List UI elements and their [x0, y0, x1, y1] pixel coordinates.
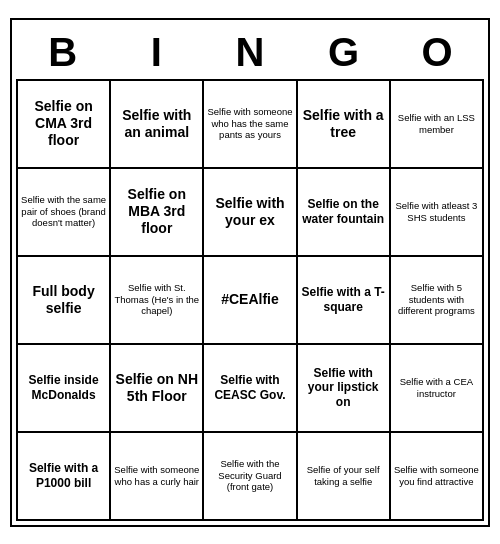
cell-text-8: Selfie on the water fountain [301, 197, 386, 226]
cell-text-7: Selfie with your ex [207, 195, 292, 229]
bingo-letter-i: I [112, 30, 200, 75]
bingo-card: BINGO Selfie on CMA 3rd floorSelfie with… [10, 18, 490, 527]
bingo-cell-13[interactable]: Selfie with a T-square [298, 257, 391, 345]
cell-text-12: #CEAlfie [221, 291, 279, 308]
bingo-cell-3[interactable]: Selfie with a tree [298, 81, 391, 169]
bingo-cell-11[interactable]: Selfie with St. Thomas (He's in the chap… [111, 257, 204, 345]
bingo-grid: Selfie on CMA 3rd floorSelfie with an an… [16, 79, 484, 521]
cell-text-18: Selfie with your lipstick on [301, 366, 386, 409]
bingo-cell-9[interactable]: Selfie with atleast 3 SHS students [391, 169, 484, 257]
cell-text-23: Selfie of your self taking a selfie [301, 464, 386, 487]
cell-text-9: Selfie with atleast 3 SHS students [394, 200, 479, 223]
cell-text-24: Selfie with someone you find attractive [394, 464, 479, 487]
bingo-cell-16[interactable]: Selfie on NH 5th Floor [111, 345, 204, 433]
bingo-cell-4[interactable]: Selfie with an LSS member [391, 81, 484, 169]
bingo-letter-n: N [206, 30, 294, 75]
bingo-header: BINGO [16, 24, 484, 79]
cell-text-11: Selfie with St. Thomas (He's in the chap… [114, 282, 199, 316]
cell-text-4: Selfie with an LSS member [394, 112, 479, 135]
bingo-cell-21[interactable]: Selfie with someone who has a curly hair [111, 433, 204, 521]
cell-text-0: Selfie on CMA 3rd floor [21, 98, 106, 148]
bingo-letter-o: O [393, 30, 481, 75]
cell-text-16: Selfie on NH 5th Floor [114, 371, 199, 405]
bingo-cell-17[interactable]: Selfie with CEASC Gov. [204, 345, 297, 433]
bingo-cell-10[interactable]: Full body selfie [18, 257, 111, 345]
cell-text-21: Selfie with someone who has a curly hair [114, 464, 199, 487]
bingo-cell-7[interactable]: Selfie with your ex [204, 169, 297, 257]
bingo-cell-18[interactable]: Selfie with your lipstick on [298, 345, 391, 433]
cell-text-10: Full body selfie [21, 283, 106, 317]
bingo-letter-b: B [19, 30, 107, 75]
bingo-cell-20[interactable]: Selfie with a P1000 bill [18, 433, 111, 521]
cell-text-5: Selfie with the same pair of shoes (bran… [21, 194, 106, 228]
cell-text-15: Selfie inside McDonalds [21, 373, 106, 402]
cell-text-1: Selfie with an animal [114, 107, 199, 141]
bingo-cell-12[interactable]: #CEAlfie [204, 257, 297, 345]
cell-text-13: Selfie with a T-square [301, 285, 386, 314]
bingo-cell-24[interactable]: Selfie with someone you find attractive [391, 433, 484, 521]
cell-text-17: Selfie with CEASC Gov. [207, 373, 292, 402]
bingo-letter-g: G [300, 30, 388, 75]
bingo-cell-15[interactable]: Selfie inside McDonalds [18, 345, 111, 433]
cell-text-3: Selfie with a tree [301, 107, 386, 141]
cell-text-19: Selfie with a CEA instructor [394, 376, 479, 399]
bingo-cell-0[interactable]: Selfie on CMA 3rd floor [18, 81, 111, 169]
cell-text-2: Selfie with someone who has the same pan… [207, 106, 292, 140]
bingo-cell-1[interactable]: Selfie with an animal [111, 81, 204, 169]
bingo-cell-23[interactable]: Selfie of your self taking a selfie [298, 433, 391, 521]
bingo-cell-5[interactable]: Selfie with the same pair of shoes (bran… [18, 169, 111, 257]
cell-text-6: Selfie on MBA 3rd floor [114, 186, 199, 236]
cell-text-14: Selfie with 5 students with different pr… [394, 282, 479, 316]
bingo-cell-6[interactable]: Selfie on MBA 3rd floor [111, 169, 204, 257]
bingo-cell-2[interactable]: Selfie with someone who has the same pan… [204, 81, 297, 169]
bingo-cell-22[interactable]: Selfie with the Security Guard (front ga… [204, 433, 297, 521]
bingo-cell-19[interactable]: Selfie with a CEA instructor [391, 345, 484, 433]
cell-text-20: Selfie with a P1000 bill [21, 461, 106, 490]
bingo-cell-8[interactable]: Selfie on the water fountain [298, 169, 391, 257]
bingo-cell-14[interactable]: Selfie with 5 students with different pr… [391, 257, 484, 345]
cell-text-22: Selfie with the Security Guard (front ga… [207, 458, 292, 492]
